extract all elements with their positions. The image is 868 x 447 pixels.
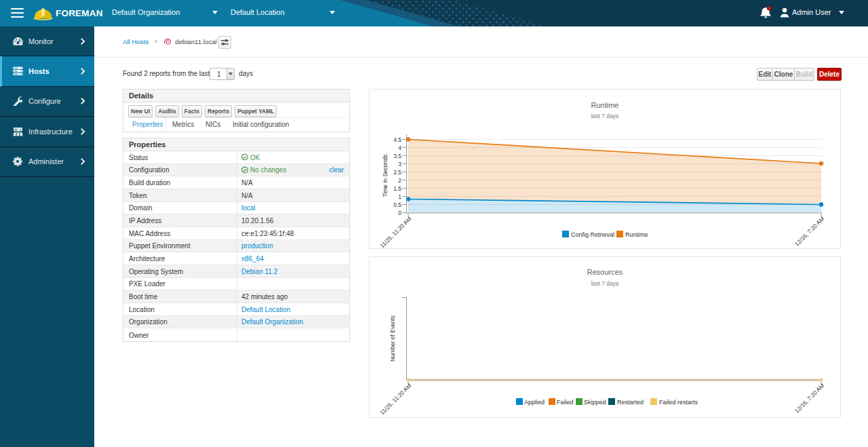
svg-text:Time in Seconds: Time in Seconds (382, 155, 389, 197)
svg-text:Runtime: Runtime (625, 231, 648, 238)
svg-text:Number of Events: Number of Events (389, 315, 396, 362)
svg-text:Failed: Failed (557, 399, 574, 406)
svg-text:Restarted: Restarted (617, 399, 644, 406)
svg-text:0.5: 0.5 (393, 201, 401, 208)
svg-text:11/25, 11:20 AM: 11/25, 11:20 AM (378, 215, 412, 248)
svg-text:11/25, 11:20 AM: 11/25, 11:20 AM (378, 382, 412, 416)
svg-text:Runtime: Runtime (591, 101, 619, 109)
svg-text:0: 0 (398, 210, 401, 216)
svg-text:1.5: 1.5 (393, 185, 401, 192)
svg-text:3: 3 (398, 161, 401, 168)
svg-text:Skipped: Skipped (584, 399, 606, 406)
svg-text:4: 4 (398, 144, 401, 151)
svg-text:1: 1 (398, 193, 401, 200)
svg-text:4.5: 4.5 (393, 136, 401, 143)
svg-text:12/16, 7:20 AM: 12/16, 7:20 AM (793, 382, 826, 414)
svg-text:2.5: 2.5 (393, 169, 401, 176)
svg-text:Failed restarts: Failed restarts (659, 399, 698, 406)
svg-text:12/16, 7:20 AM: 12/16, 7:20 AM (793, 215, 826, 248)
svg-text:last 7 days: last 7 days (591, 113, 619, 119)
svg-text:2: 2 (398, 177, 401, 184)
svg-text:3.5: 3.5 (393, 153, 401, 159)
svg-text:Applied: Applied (524, 399, 545, 406)
svg-text:last 7 days: last 7 days (591, 280, 619, 287)
svg-text:Config Retrieval: Config Retrieval (571, 231, 614, 238)
svg-text:Resources: Resources (587, 268, 623, 276)
